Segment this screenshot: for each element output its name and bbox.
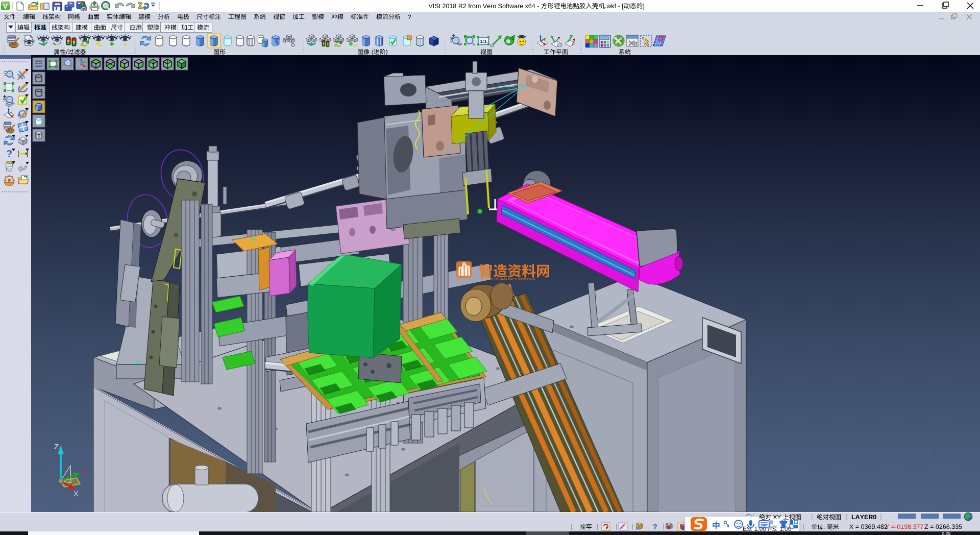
svg-text:?: ? bbox=[653, 523, 657, 531]
svg-text:?: ? bbox=[6, 148, 12, 159]
svg-text:X: X bbox=[74, 489, 79, 498]
svg-text:Y: Y bbox=[82, 469, 87, 477]
svg-text:Z: Z bbox=[54, 442, 59, 451]
svg-text:1:1: 1:1 bbox=[480, 39, 486, 44]
svg-text:V: V bbox=[3, 2, 8, 10]
